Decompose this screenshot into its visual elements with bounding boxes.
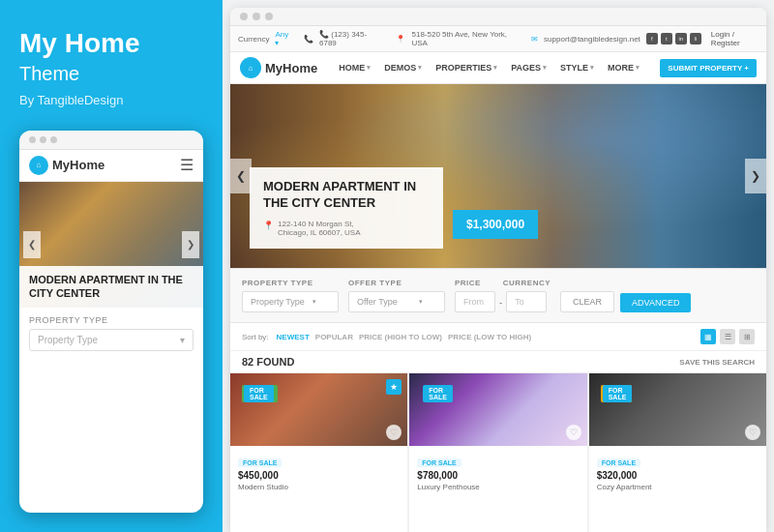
results-right: ▦ ☰ ⊞ <box>700 329 755 344</box>
phone-number: 📞 (123) 345-6789 <box>319 30 376 47</box>
card-1-price: $450,000 <box>238 470 400 481</box>
card-2-type-tag: FOR SALE <box>417 458 461 467</box>
site-logo-text: MyHome <box>265 61 317 75</box>
price-to-input[interactable]: To <box>506 291 547 312</box>
map-view-icon[interactable]: ⊞ <box>739 329 755 344</box>
browser-dot-1 <box>240 13 248 20</box>
offer-type-chevron: ▾ <box>419 298 423 306</box>
submit-property-button[interactable]: SUBMIT PROPERTY + <box>660 59 757 77</box>
facebook-icon[interactable]: f <box>646 33 658 44</box>
offer-type-select[interactable]: Offer Type ▾ <box>348 291 445 312</box>
mobile-dot-2 <box>40 136 46 143</box>
sort-price-high[interactable]: PRICE (HIGH TO LOW) <box>359 333 442 341</box>
nav-properties[interactable]: PROPERTIES ▾ <box>435 63 497 73</box>
email-icon: ✉ <box>531 35 538 44</box>
theme-subtitle: Theme <box>19 63 203 85</box>
hero-property-title: MODERN APARTMENT IN THE CITY CENTER <box>263 179 430 212</box>
location-icon: 📍 <box>396 35 405 44</box>
card-3-info: FOR SALE $320,000 Cozy Apartment <box>589 446 766 497</box>
property-card-1[interactable]: OPEN HOUSE FOR SALE ★ ♡ FOR SALE $450,00… <box>230 373 409 532</box>
badge-for-sale-3: FOR SALE <box>603 385 633 402</box>
nav-style[interactable]: STYLE ▾ <box>560 63 594 73</box>
hero-price-button[interactable]: $1,300,000 <box>453 210 538 239</box>
price-from-input[interactable]: From <box>455 291 495 312</box>
card-3-heart[interactable]: ♡ <box>745 425 760 440</box>
property-card-2[interactable]: FOR SALE ♡ FOR SALE $780,000 Luxury Pent… <box>409 373 588 532</box>
property-card-3[interactable]: NO FEES! FOR SALE ♡ FOR SALE $320,000 Co… <box>589 373 766 532</box>
mobile-next-arrow[interactable]: ❯ <box>182 231 199 258</box>
nav-more[interactable]: MORE ▾ <box>608 63 640 73</box>
hero-address-text: 122-140 N Morgan St, Chicago, IL 60607, … <box>278 220 361 237</box>
theme-title: My Home <box>19 29 203 59</box>
card-2-image: FOR SALE ♡ <box>409 373 586 446</box>
nav-home-arrow: ▾ <box>367 64 371 72</box>
hero-prev-arrow[interactable]: ❮ <box>230 159 252 193</box>
property-type-group: PROPERTY TYPE Property Type ▾ <box>242 279 339 312</box>
sort-newest[interactable]: NEWEST <box>277 333 310 341</box>
mobile-property-type-value: Property Type <box>38 335 98 345</box>
mobile-hero-overlay: MODERN APARTMENT IN THE CITY CENTER <box>19 266 203 307</box>
mobile-mockup: ⌂ MyHome ☰ ❮ ❯ MODERN APARTMENT IN THE C… <box>19 131 203 513</box>
property-type-value: Property Type <box>251 297 305 307</box>
card-2-heart[interactable]: ♡ <box>566 425 581 440</box>
linkedin-icon[interactable]: li <box>690 33 701 44</box>
site-logo: ⌂ MyHome <box>240 57 317 78</box>
offer-type-value: Offer Type <box>357 297 398 307</box>
property-type-label: PROPERTY TYPE <box>242 279 339 287</box>
property-cards: OPEN HOUSE FOR SALE ★ ♡ FOR SALE $450,00… <box>230 373 766 532</box>
phone-icon: 📞 <box>304 35 313 44</box>
twitter-icon[interactable]: t <box>661 33 672 44</box>
nav-pages[interactable]: PAGES ▾ <box>511 63 547 73</box>
mobile-property-type-section: PROPERTY TYPE Property Type ▾ <box>19 308 203 359</box>
mobile-logo-text: MyHome <box>52 158 104 172</box>
found-count: 82 FOUND <box>242 356 294 368</box>
card-1-star[interactable]: ★ <box>386 379 402 395</box>
property-type-chevron: ▾ <box>313 298 316 306</box>
mobile-property-type-label: PROPERTY TYPE <box>29 315 194 325</box>
instagram-icon[interactable]: in <box>675 33 687 44</box>
browser-dot-2 <box>253 13 260 20</box>
nav-home[interactable]: HOME ▾ <box>339 63 371 73</box>
property-type-select[interactable]: Property Type ▾ <box>242 291 339 312</box>
card-1-title: Modern Studio <box>238 483 400 491</box>
grid-view-icon[interactable]: ▦ <box>700 329 716 344</box>
mobile-hero-title: MODERN APARTMENT IN THE CITY CENTER <box>29 274 194 299</box>
location-text: 518-520 5th Ave, New York, USA <box>411 30 511 47</box>
mobile-property-type-select[interactable]: Property Type ▾ <box>29 329 194 351</box>
hero-next-arrow[interactable]: ❯ <box>745 159 766 193</box>
mobile-hamburger-icon[interactable]: ☰ <box>180 156 194 174</box>
card-2-info: FOR SALE $780,000 Luxury Penthouse <box>409 446 586 497</box>
card-1-image: OPEN HOUSE FOR SALE ★ ♡ <box>230 373 407 446</box>
site-logo-icon: ⌂ <box>240 57 261 78</box>
site-hero: ❮ ❯ MODERN APARTMENT IN THE CITY CENTER … <box>230 84 766 268</box>
hero-overlay-box: MODERN APARTMENT IN THE CITY CENTER 📍 12… <box>250 167 443 249</box>
sort-price-low[interactable]: PRICE (LOW TO HIGH) <box>448 333 531 341</box>
sort-popular[interactable]: POPULAR <box>315 333 353 341</box>
list-view-icon[interactable]: ☰ <box>720 329 735 344</box>
mobile-top-bar <box>19 131 203 150</box>
site-nav: ⌂ MyHome HOME ▾ DEMOS ▾ PROPERTIES ▾ PAG… <box>230 52 766 84</box>
browser-toolbar: Currency Any ▾ 📞 📞 (123) 345-6789 📍 518-… <box>230 26 766 52</box>
mobile-logo-icon: ⌂ <box>29 156 48 175</box>
save-search-link[interactable]: SAVE THIS SEARCH <box>679 358 755 367</box>
browser-dot-3 <box>265 13 273 20</box>
email-text: support@tangibledesign.net <box>544 35 640 44</box>
advanced-button[interactable]: ADVANCED <box>620 293 691 312</box>
card-3-title: Cozy Apartment <box>597 483 759 491</box>
clear-button[interactable]: CLEAR <box>560 291 614 312</box>
nav-demos[interactable]: DEMOS ▾ <box>384 63 422 73</box>
card-1-info: FOR SALE $450,000 Modern Studio <box>230 446 407 497</box>
hero-address-icon: 📍 <box>263 221 274 230</box>
card-3-type-tag: FOR SALE <box>597 458 640 467</box>
price-label: PRICE Currency <box>455 279 551 287</box>
mobile-dot-3 <box>50 136 57 143</box>
badge-for-sale-2: FOR SALE <box>423 385 453 402</box>
sort-label: Sort by: <box>242 333 269 341</box>
mobile-select-chevron: ▾ <box>180 335 185 345</box>
login-register-link[interactable]: Login / Register <box>711 30 759 47</box>
offer-type-group: OFFER TYPE Offer Type ▾ <box>348 279 445 312</box>
currency-select[interactable]: Any ▾ <box>275 30 292 47</box>
theme-author: By TangibleDesign <box>19 93 203 107</box>
mobile-prev-arrow[interactable]: ❮ <box>23 231 41 258</box>
mobile-hero: ❮ ❯ MODERN APARTMENT IN THE CITY CENTER <box>19 182 203 308</box>
